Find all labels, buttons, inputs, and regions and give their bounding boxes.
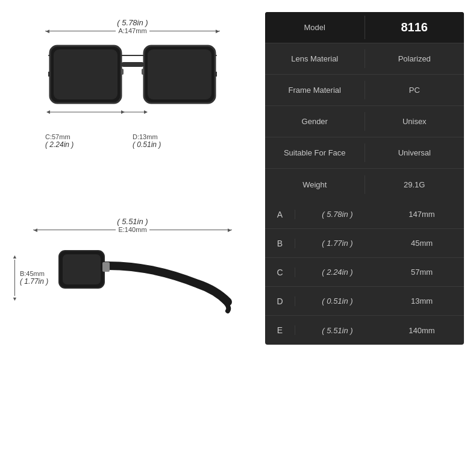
svg-marker-11 <box>46 110 50 114</box>
spec-label: Gender <box>265 112 365 131</box>
spec-label: Lens Material <box>265 49 365 68</box>
model-value: 8116 <box>365 16 465 39</box>
dim-letter: E <box>265 325 295 335</box>
top-mm-label: A:147mm <box>116 27 149 34</box>
dim-letter: C <box>265 268 295 277</box>
top-inches-label: ( 5.78in ) <box>117 18 148 27</box>
dim-letter: D <box>265 296 295 306</box>
d-label: D:13mm <box>133 133 158 140</box>
dim-row: A ( 5.78in ) 147mm <box>265 200 464 229</box>
svg-rect-7 <box>215 72 217 77</box>
page-container: ( 5.78in ) ◄ A:147mm ► <box>0 0 476 467</box>
dim-inches: ( 5.51in ) <box>295 326 380 335</box>
dim-mm: 140mm <box>380 326 464 335</box>
dim-mm: 147mm <box>380 210 464 219</box>
c-inches-label: ( 2.24in ) <box>45 140 74 149</box>
dim-inches: ( 1.77in ) <box>295 239 380 248</box>
dim-letter: B <box>265 239 295 248</box>
side-mm-label: E:140mm <box>116 226 149 233</box>
spec-row: Lens Material Polarized <box>265 43 464 75</box>
dim-mm: 57mm <box>380 268 464 277</box>
glasses-front-svg <box>45 37 220 139</box>
svg-rect-16 <box>102 262 110 272</box>
glasses-side-svg <box>53 236 234 314</box>
dim-row: D ( 0.51in ) 13mm <box>265 287 464 316</box>
dim-mm: 45mm <box>380 239 464 248</box>
spec-value: Universal <box>365 143 465 162</box>
svg-marker-14 <box>144 110 148 114</box>
side-inches-label: ( 5.51in ) <box>117 217 148 226</box>
spec-row: Suitable For Face Universal <box>265 137 464 169</box>
svg-rect-2 <box>54 49 117 99</box>
svg-rect-5 <box>121 62 144 67</box>
dim-inches: ( 5.78in ) <box>295 210 380 219</box>
svg-rect-8 <box>121 69 124 75</box>
b-label: B:45mm <box>20 270 48 277</box>
model-label: Model <box>265 18 365 37</box>
header-row: Model 8116 <box>265 12 464 43</box>
left-panel: ( 5.78in ) ◄ A:147mm ► <box>12 12 253 349</box>
dim-mm: 13mm <box>380 296 464 306</box>
spec-row: Gender Unisex <box>265 106 464 137</box>
c-label: C:57mm <box>45 133 70 140</box>
spec-row: Frame Material PC <box>265 75 464 106</box>
svg-rect-4 <box>148 49 211 99</box>
spec-row: Weight 29.1G <box>265 169 464 200</box>
spec-label: Frame Material <box>265 81 365 99</box>
svg-rect-6 <box>48 72 50 77</box>
dim-inches: ( 0.51in ) <box>295 296 380 306</box>
front-diagram: ( 5.78in ) ◄ A:147mm ► <box>12 18 253 193</box>
svg-rect-9 <box>142 69 144 75</box>
dim-letter: A <box>265 210 295 219</box>
spec-value: 29.1G <box>365 175 465 194</box>
spec-value: PC <box>365 81 465 99</box>
side-diagram: ( 5.51in ) ◄ E:140mm ► <box>12 217 253 349</box>
dim-row: C ( 2.24in ) 57mm <box>265 258 464 287</box>
spec-label: Weight <box>265 175 365 194</box>
dim-row: B ( 1.77in ) 45mm <box>265 229 464 258</box>
spec-value: Polarized <box>365 49 465 68</box>
specs-table: Model 8116 Lens Material Polarized Frame… <box>265 12 464 345</box>
b-inches-label: ( 1.77in ) <box>20 277 48 286</box>
spec-value: Unisex <box>365 112 465 131</box>
dim-row: E ( 5.51in ) 140mm <box>265 316 464 345</box>
svg-rect-17 <box>63 254 101 284</box>
d-inches-label: ( 0.51in ) <box>133 140 161 149</box>
spec-label: Suitable For Face <box>265 143 365 162</box>
dim-inches: ( 2.24in ) <box>295 268 380 277</box>
